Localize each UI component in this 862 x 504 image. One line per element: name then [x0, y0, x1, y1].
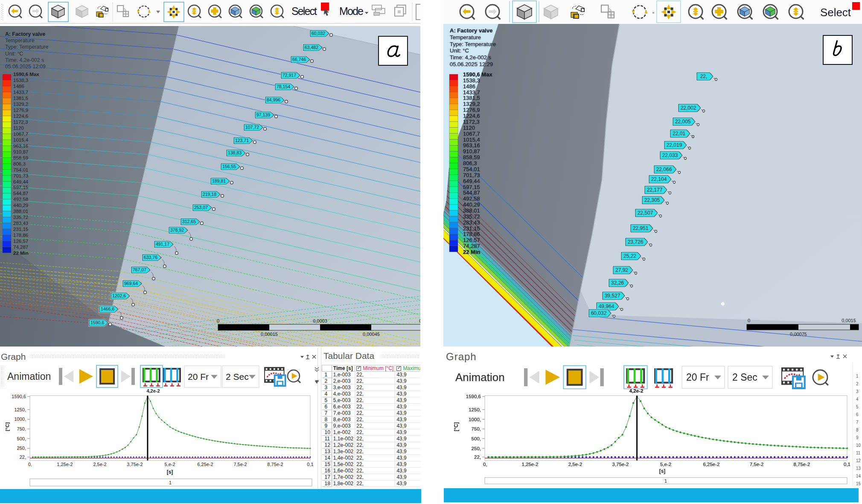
svg-text:49,964: 49,964	[599, 303, 614, 309]
svg-text:[°C]: [°C]	[5, 422, 10, 431]
svg-text:597,15: 597,15	[463, 184, 480, 190]
svg-text:649,44: 649,44	[13, 179, 29, 184]
svg-text:0,0015: 0,0015	[842, 318, 856, 323]
svg-text:1538,3: 1538,3	[13, 78, 28, 83]
svg-text:1329,2: 1329,2	[463, 101, 480, 107]
svg-text:597,15: 597,15	[13, 185, 28, 190]
svg-text:A: Factory valve: A: Factory valve	[450, 27, 492, 34]
svg-text:15: 15	[856, 481, 861, 486]
svg-text:1433,7: 1433,7	[463, 89, 480, 96]
svg-text:750,: 750,	[472, 426, 481, 431]
svg-text:22,305: 22,305	[644, 197, 660, 203]
svg-text:754,01: 754,01	[13, 167, 28, 172]
svg-text:05.06.2025 12:29: 05.06.2025 12:29	[450, 61, 493, 67]
svg-text:22,033: 22,033	[662, 152, 678, 158]
svg-text:1538,3: 1538,3	[463, 77, 480, 84]
svg-text:1329,2: 1329,2	[13, 102, 28, 107]
svg-text:22,177: 22,177	[647, 187, 663, 193]
svg-text:0,00045: 0,00045	[363, 332, 380, 337]
svg-text:633,76: 633,76	[144, 255, 157, 260]
svg-text:189,81: 189,81	[212, 178, 226, 184]
svg-text:5: 5	[856, 405, 859, 409]
svg-text:440,29: 440,29	[13, 203, 28, 208]
svg-text:1276,9: 1276,9	[463, 107, 480, 113]
svg-text:1120: 1120	[463, 125, 475, 131]
svg-text:767,07: 767,07	[133, 267, 146, 272]
svg-text:22,002: 22,002	[681, 105, 696, 111]
svg-text:3,75e-2: 3,75e-2	[612, 462, 629, 467]
svg-text:858,59: 858,59	[463, 154, 480, 160]
svg-text:138,83: 138,83	[228, 150, 242, 155]
svg-text:0,1: 0,1	[844, 462, 850, 467]
svg-text:806,3: 806,3	[463, 160, 477, 166]
svg-text:2 Sec: 2 Sec	[226, 372, 249, 382]
svg-text:1067,7: 1067,7	[13, 131, 28, 137]
svg-text:2,5e-2: 2,5e-2	[93, 462, 106, 467]
svg-text:Type: Temperature: Type: Temperature	[450, 41, 496, 47]
svg-text:23,726: 23,726	[628, 239, 644, 245]
svg-text:8,75e-2: 8,75e-2	[793, 462, 810, 467]
svg-text:0,00075: 0,00075	[790, 332, 807, 337]
svg-text:1486: 1486	[463, 83, 475, 90]
svg-text:969,64: 969,64	[124, 281, 138, 286]
svg-text:11: 11	[856, 451, 861, 455]
svg-text:0: 0	[748, 318, 750, 323]
svg-text:178,86: 178,86	[463, 231, 480, 237]
svg-text:440,29: 440,29	[463, 201, 480, 208]
svg-text:78,154: 78,154	[277, 84, 290, 89]
svg-text:22 Min: 22 Min	[13, 251, 29, 256]
svg-text:39,527: 39,527	[605, 293, 620, 299]
svg-text:0: 0	[217, 318, 219, 323]
svg-text:1224,6: 1224,6	[13, 114, 28, 119]
svg-text:0,0003: 0,0003	[313, 318, 327, 323]
svg-text:0,0: 0,0	[419, 318, 420, 323]
svg-text:0,1: 0,1	[307, 462, 313, 467]
svg-text:500,: 500,	[472, 436, 481, 441]
svg-text:335,72: 335,72	[463, 213, 480, 220]
svg-text:388,01: 388,01	[463, 207, 480, 214]
svg-text:701,73: 701,73	[13, 173, 28, 178]
svg-text:74,287: 74,287	[463, 243, 480, 249]
svg-text:60,032: 60,032	[591, 310, 607, 316]
svg-text:Select: Select	[291, 5, 317, 17]
svg-text:8,75e-2: 8,75e-2	[267, 462, 283, 467]
svg-text:Animation: Animation	[7, 371, 51, 382]
svg-text:22,104: 22,104	[651, 176, 667, 182]
svg-text:649,44: 649,44	[463, 178, 480, 184]
svg-text:378,92: 378,92	[170, 227, 184, 233]
svg-text:5,e-2: 5,e-2	[164, 462, 175, 467]
svg-text:1250,: 1250,	[14, 407, 26, 412]
svg-text:253,07: 253,07	[194, 205, 208, 210]
svg-text:963,16: 963,16	[13, 143, 28, 149]
svg-text:A: Factory valve: A: Factory valve	[5, 31, 45, 37]
svg-text:219,18: 219,18	[203, 192, 216, 197]
svg-text:0,00015: 0,00015	[261, 332, 278, 337]
svg-text:544,87: 544,87	[463, 189, 480, 196]
svg-text:6,25e-2: 6,25e-2	[197, 462, 213, 467]
svg-text:7: 7	[856, 420, 859, 425]
svg-text:544,87: 544,87	[13, 191, 28, 196]
svg-text:107,72: 107,72	[245, 125, 259, 130]
svg-text:806,3: 806,3	[13, 161, 26, 166]
svg-text:250,: 250,	[17, 446, 26, 451]
svg-text:[s]: [s]	[659, 468, 666, 474]
svg-text:1276,9: 1276,9	[13, 108, 28, 113]
svg-text:1172,3: 1172,3	[463, 119, 480, 125]
svg-text:12: 12	[856, 458, 861, 463]
svg-text:22,: 22,	[700, 73, 708, 79]
svg-text:250,: 250,	[472, 446, 481, 451]
svg-text:1: 1	[169, 480, 172, 485]
svg-text:1486: 1486	[13, 84, 24, 89]
svg-text:22,005: 22,005	[675, 119, 691, 125]
svg-text:2,5e-2: 2,5e-2	[568, 462, 582, 467]
svg-text:491,17: 491,17	[156, 242, 169, 247]
svg-text:Select: Select	[820, 6, 851, 19]
svg-text:1202,6: 1202,6	[112, 293, 126, 298]
svg-text:283,43: 283,43	[463, 219, 480, 226]
svg-text:[°C]: [°C]	[453, 422, 459, 431]
svg-text:1433,7: 1433,7	[13, 90, 28, 95]
svg-text:750,: 750,	[17, 426, 26, 431]
svg-text:178,86: 178,86	[13, 233, 28, 238]
svg-text:63,482: 63,482	[305, 45, 318, 50]
svg-text:Unit: °C: Unit: °C	[450, 47, 469, 54]
